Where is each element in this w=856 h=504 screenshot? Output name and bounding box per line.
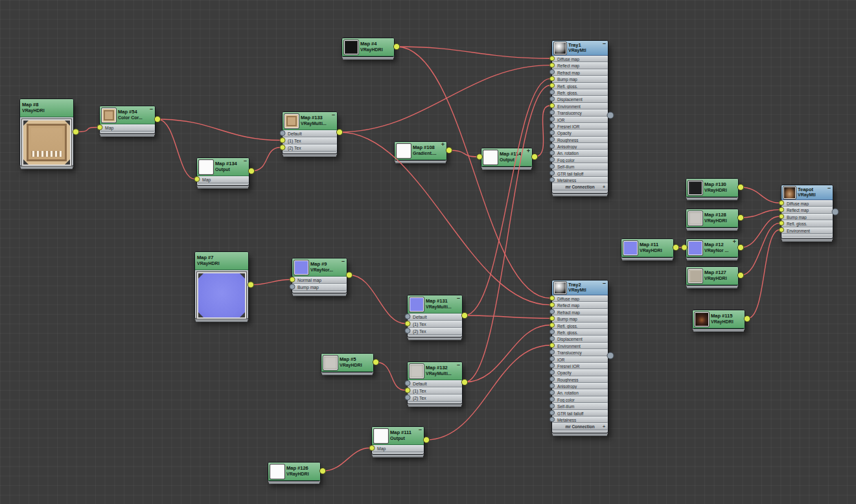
slot-row-ior[interactable]: IOR — [552, 117, 608, 123]
minimize-icon[interactable]: – — [150, 106, 153, 112]
slot-row-diffuse-map[interactable]: Diffuse map — [552, 295, 608, 302]
slot-row-map[interactable]: Map — [372, 445, 424, 452]
node-tray2[interactable]: Tray2VRayMtl–Diffuse mapReflect mapRefra… — [551, 280, 608, 433]
slot-row-an-rotation[interactable]: An. rotation — [552, 150, 608, 156]
slot-row-refract-map[interactable]: Refract map — [552, 69, 608, 76]
slot-row-metalness[interactable]: Metalness — [552, 417, 608, 423]
node-header[interactable]: Map #4VRayHDRI — [342, 38, 394, 56]
node-m115[interactable]: Map #115VRayHDRI — [692, 310, 745, 329]
node-header[interactable]: TeapotVRayMtl– — [781, 185, 833, 200]
node-m111[interactable]: Map #111Output–Map — [371, 426, 424, 455]
slot-row-diffuse-map[interactable]: Diffuse map — [781, 200, 833, 207]
footer-expand-icon[interactable]: + — [603, 424, 605, 430]
node-header[interactable]: Map #8VRayHDRI — [20, 99, 73, 117]
node-m11[interactable]: Map #11VRayHDRI — [621, 238, 674, 258]
node-m12[interactable]: Map #12VRayNor ...+ — [686, 238, 739, 258]
node-m9[interactable]: Map #9VRayNor...–Normal mapBump map — [292, 258, 347, 293]
node-header[interactable]: Map #114Output+ — [481, 148, 532, 166]
slot-row-bump-map[interactable]: Bump map — [292, 284, 347, 291]
node-teapot[interactable]: TeapotVRayMtl–Diffuse mapReflect mapBump… — [781, 185, 833, 239]
slot-row-refract-map[interactable]: Refract map — [552, 309, 608, 315]
slot-row-fresnel-ior[interactable]: Fresnel IOR — [552, 123, 608, 130]
node-header[interactable]: Map #115VRayHDRI — [693, 310, 745, 328]
node-header[interactable]: Map #128VRayHDRI — [686, 209, 738, 227]
node-header[interactable]: Map #9VRayNor...– — [292, 258, 347, 277]
slot-row-opacity[interactable]: Opacity — [552, 130, 608, 136]
minimize-icon[interactable]: – — [457, 362, 460, 368]
node-m134[interactable]: Map #134Output–Map — [196, 157, 249, 186]
slot-row-anisotropy[interactable]: Anisotropy — [552, 143, 608, 150]
slot-row-refl-gloss-[interactable]: Refl. gloss. — [781, 220, 833, 227]
node-graph-viewport[interactable]: Map #8VRayHDRIMap #54Color Cor...–MapMap… — [0, 0, 856, 504]
slot-row-fog-color[interactable]: Fog color — [552, 396, 608, 403]
node-m128[interactable]: Map #128VRayHDRI — [686, 209, 739, 228]
slot-row-reflect-map[interactable]: Reflect map — [552, 302, 608, 308]
node-m127[interactable]: Map #127VRayHDRI — [686, 266, 739, 286]
node-header[interactable]: Map #131VRayMulti...– — [408, 295, 462, 314]
slot-row-fog-color[interactable]: Fog color — [552, 157, 608, 163]
node-m8[interactable]: Map #8VRayHDRI — [19, 98, 74, 166]
node-header[interactable]: Map #132VRayMulti...– — [408, 362, 462, 380]
slot-row-gtr-tail-falloff[interactable]: GTR tail falloff — [552, 170, 608, 177]
slot-row--2-tex[interactable]: (2) Tex — [408, 395, 462, 402]
slot-row-refr-gloss-[interactable]: Refr. gloss. — [552, 89, 608, 96]
node-header[interactable]: Map #130VRayHDRI — [686, 179, 738, 197]
slot-row-refr-gloss-[interactable]: Refr. gloss. — [552, 329, 608, 336]
node-m54[interactable]: Map #54Color Cor...–Map — [99, 106, 156, 134]
slot-row-self-illum[interactable]: Self-illum — [552, 163, 608, 170]
slot-row-reflect-map[interactable]: Reflect map — [781, 207, 833, 213]
mr-connection-footer[interactable]: mr Connection+ — [552, 183, 608, 190]
slot-row-gtr-tail-falloff[interactable]: GTR tail falloff — [552, 410, 608, 417]
slot-row-diffuse-map[interactable]: Diffuse map — [552, 56, 608, 62]
slot-row-translucency[interactable]: Translucency — [552, 109, 608, 116]
node-header[interactable]: Tray2VRayMtl– — [552, 281, 608, 295]
node-header[interactable]: Map #11VRayHDRI — [621, 239, 673, 257]
slot-row-translucency[interactable]: Translucency — [552, 349, 608, 356]
slot-row-map[interactable]: Map — [100, 124, 155, 132]
slot-row-self-illum[interactable]: Self-illum — [552, 403, 608, 409]
slot-row--1-tex[interactable]: (1) Tex — [283, 137, 337, 144]
expand-icon[interactable]: + — [527, 148, 530, 154]
node-m133[interactable]: Map #133VRayMulti...–Default(1) Tex(2) T… — [282, 111, 338, 154]
node-header[interactable]: Map #133VRayMulti...– — [283, 112, 337, 130]
expand-icon[interactable]: + — [441, 142, 445, 148]
slot-row-displacement[interactable]: Displacement — [552, 96, 608, 102]
slot-row--2-tex[interactable]: (2) Tex — [283, 144, 337, 152]
node-header[interactable]: Map #108Gradient....+ — [395, 142, 446, 160]
node-header[interactable]: Map #12VRayNor ...+ — [686, 239, 738, 257]
minimize-icon[interactable]: – — [332, 112, 335, 118]
node-header[interactable]: Tray1VRayMtl– — [552, 41, 608, 56]
node-header[interactable]: Map #7VRayHDRI — [195, 252, 248, 270]
slot-row-metalness[interactable]: Metalness — [552, 177, 608, 183]
slot-row-environment[interactable]: Environment — [552, 343, 608, 349]
node-header[interactable]: Map #54Color Cor...– — [100, 106, 155, 124]
node-m114[interactable]: Map #114Output+ — [481, 148, 533, 167]
node-m132[interactable]: Map #132VRayMulti...–Default(1) Tex(2) T… — [407, 361, 463, 404]
minimize-icon[interactable]: – — [603, 281, 606, 286]
slot-row--1-tex[interactable]: (1) Tex — [408, 321, 462, 328]
node-m108[interactable]: Map #108Gradient....+ — [394, 141, 447, 161]
node-m7[interactable]: Map #7VRayHDRI — [194, 251, 249, 319]
mr-connection-footer[interactable]: mr Connection+ — [552, 423, 608, 430]
slot-row-bump-map[interactable]: Bump map — [552, 76, 608, 82]
slot-row-fresnel-ior[interactable]: Fresnel IOR — [552, 363, 608, 369]
slot-row-environment[interactable]: Environment — [552, 103, 608, 109]
node-header[interactable]: Map #127VRayHDRI — [686, 267, 738, 285]
node-m131[interactable]: Map #131VRayMulti...–Default(1) Tex(2) T… — [407, 295, 463, 338]
minimize-icon[interactable]: – — [341, 258, 345, 264]
node-header[interactable]: Map #134Output– — [197, 158, 249, 176]
slot-row-an-rotation[interactable]: An. rotation — [552, 389, 608, 396]
slot-row-normal-map[interactable]: Normal map — [292, 277, 347, 284]
slot-row-bump-map[interactable]: Bump map — [781, 214, 833, 220]
slot-row-displacement[interactable]: Displacement — [552, 336, 608, 342]
slot-row-anisotropy[interactable]: Anisotropy — [552, 383, 608, 389]
slot-row-default[interactable]: Default — [408, 380, 462, 387]
slot-row-bump-map[interactable]: Bump map — [552, 315, 608, 322]
expand-icon[interactable]: + — [733, 239, 736, 245]
slot-row-default[interactable]: Default — [408, 314, 462, 321]
slot-row-map[interactable]: Map — [197, 176, 249, 183]
node-header[interactable]: Map #126VRayHDRI — [268, 463, 320, 481]
slot-row-environment[interactable]: Environment — [781, 227, 833, 234]
slot-row-opacity[interactable]: Opacity — [552, 369, 608, 376]
footer-expand-icon[interactable]: + — [603, 184, 605, 190]
